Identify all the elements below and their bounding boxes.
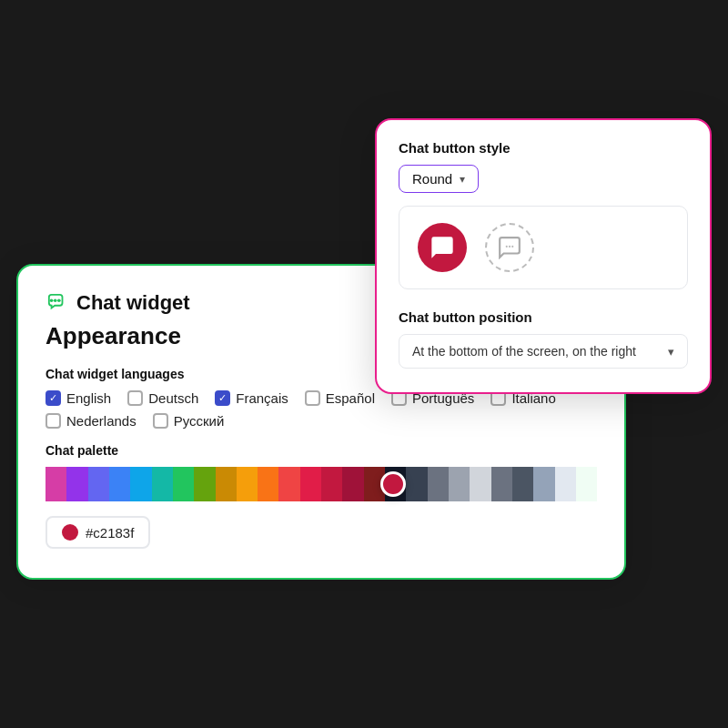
palette-swatch[interactable] [152,467,173,501]
style-dropdown-chevron-icon: ▾ [460,173,465,186]
palette-swatch[interactable] [512,467,533,501]
palette-swatch[interactable] [194,467,215,501]
palette-swatch[interactable] [258,467,278,501]
lang-item-deutsch[interactable]: Deutsch [127,390,198,406]
languages-row: EnglishDeutschFrançaisEspañolPortuguêsIt… [46,390,597,429]
palette-swatch[interactable] [470,467,490,501]
chat-btn-square[interactable] [485,223,534,272]
chat-btn-round[interactable] [418,223,467,272]
color-value: #c2183f [86,525,134,541]
button-style-card: Chat button style Round ▾ Chat button po… [375,118,712,394]
scene: Chat widget Appearance Chat widget langu… [0,0,728,728]
lang-label-deutsch: Deutsch [148,390,198,406]
palette-swatch[interactable] [66,467,87,501]
chat-widget-icon [46,291,69,315]
palette-section: Chat palette #c2183f [46,443,597,549]
lang-label-espanol: Español [326,390,375,406]
svg-point-2 [57,298,61,302]
lang-checkbox-russian[interactable] [153,413,168,429]
lang-checkbox-english[interactable] [46,390,61,406]
position-dropdown-chevron-icon: ▾ [668,345,674,359]
svg-point-0 [50,298,54,302]
palette-swatch[interactable] [342,467,363,501]
palette-swatch[interactable] [428,467,449,501]
lang-label-francais: Français [236,390,288,406]
svg-point-5 [511,246,513,248]
palette-swatch[interactable] [130,467,151,501]
svg-point-1 [54,298,57,302]
lang-item-espanol[interactable]: Español [305,390,375,406]
palette-label: Chat palette [46,443,597,458]
lang-checkbox-nederlands[interactable] [46,413,61,429]
palette-swatch[interactable] [555,467,576,501]
palette-swatch[interactable] [321,467,342,501]
palette-handle[interactable] [380,471,406,497]
position-section: Chat button position At the bottom of th… [399,309,688,369]
palette-swatch[interactable] [533,467,554,501]
lang-label-nederlands: Nederlands [66,413,136,429]
lang-checkbox-deutsch[interactable] [127,390,143,406]
palette-swatch[interactable] [88,467,109,501]
position-section-label: Chat button position [399,309,688,325]
color-preview[interactable]: #c2183f [46,516,150,549]
style-dropdown-value: Round [412,171,452,187]
style-dropdown[interactable]: Round ▾ [399,165,479,193]
lang-checkbox-espanol[interactable] [305,390,320,406]
lang-item-english[interactable]: English [46,390,111,406]
palette-bar-wrapper [46,467,597,501]
palette-swatch[interactable] [491,467,512,501]
palette-swatch[interactable] [278,467,299,501]
widget-title-text: Chat widget [76,291,190,315]
palette-swatch[interactable] [173,467,194,501]
svg-point-3 [506,246,508,248]
palette-swatch[interactable] [109,467,130,501]
palette-swatch[interactable] [216,467,237,501]
button-preview-area [399,206,688,289]
palette-swatch[interactable] [406,467,427,501]
color-dot [62,524,78,541]
palette-swatch[interactable] [576,467,597,501]
palette-swatch[interactable] [237,467,258,501]
position-dropdown[interactable]: At the bottom of the screen, on the righ… [399,334,688,369]
lang-label-russian: Русский [174,413,225,429]
lang-item-nederlands[interactable]: Nederlands [46,413,136,429]
palette-swatch[interactable] [46,467,66,501]
style-section-label: Chat button style [399,140,688,156]
lang-checkbox-francais[interactable] [215,390,230,406]
svg-point-4 [509,246,511,248]
palette-swatch[interactable] [300,467,321,501]
lang-label-english: English [66,390,111,406]
palette-swatch[interactable] [449,467,470,501]
position-dropdown-value: At the bottom of the screen, on the righ… [412,344,636,359]
palette-bar[interactable] [46,467,597,501]
lang-item-russian[interactable]: Русский [153,413,225,429]
lang-item-francais[interactable]: Français [215,390,288,406]
